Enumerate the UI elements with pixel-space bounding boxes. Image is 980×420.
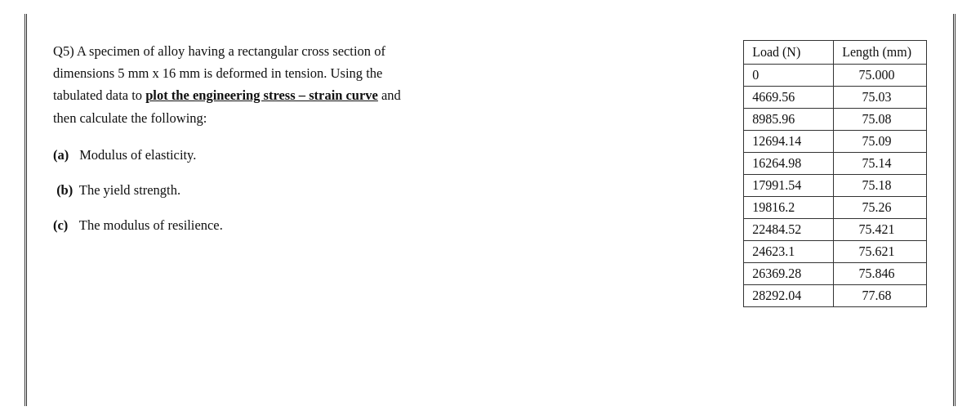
table-row: 17991.5475.18 bbox=[744, 175, 927, 197]
cell-load: 17991.54 bbox=[744, 175, 834, 197]
question-text-part4: and bbox=[378, 87, 401, 103]
table-row: 19816.275.26 bbox=[744, 197, 927, 219]
cell-length: 75.18 bbox=[834, 175, 927, 197]
cell-length: 75.14 bbox=[834, 153, 927, 175]
sub-label-c: (c) bbox=[53, 214, 76, 238]
question-text-part3: tabulated data to bbox=[53, 87, 145, 103]
question-text-part5: then calculate the following: bbox=[53, 110, 207, 126]
sub-item-c: (c) The modulus of resilience. bbox=[53, 214, 710, 238]
table-row: 22484.5275.421 bbox=[744, 219, 927, 241]
table-row: 16264.9875.14 bbox=[744, 153, 927, 175]
table-row: 8985.9675.08 bbox=[744, 109, 927, 131]
cell-length: 75.621 bbox=[834, 241, 927, 263]
table-header-row: Load (N) Length (mm) bbox=[744, 41, 927, 65]
table-row: 28292.0477.68 bbox=[744, 285, 927, 307]
sub-text-b: The yield strength. bbox=[76, 179, 180, 203]
sub-questions: (a) Modulus of elasticity. (b) The yield… bbox=[53, 144, 710, 238]
right-panel: Load (N) Length (mm) 075.0004669.5675.03… bbox=[743, 37, 927, 307]
sub-label-b: (b) bbox=[53, 179, 76, 203]
sub-item-b: (b) The yield strength. bbox=[53, 179, 710, 203]
cell-load: 16264.98 bbox=[744, 153, 834, 175]
cell-length: 75.846 bbox=[834, 263, 927, 285]
question-number: Q5) bbox=[53, 43, 74, 59]
cell-load: 28292.04 bbox=[744, 285, 834, 307]
sub-text-c: The modulus of resilience. bbox=[76, 214, 223, 238]
cell-load: 26369.28 bbox=[744, 263, 834, 285]
sub-text-a: Modulus of elasticity. bbox=[76, 144, 196, 168]
cell-load: 8985.96 bbox=[744, 109, 834, 131]
question-text: Q5) A specimen of alloy having a rectang… bbox=[53, 40, 710, 129]
table-row: 24623.175.621 bbox=[744, 241, 927, 263]
question-text-part2: dimensions 5 mm x 16 mm is deformed in t… bbox=[53, 65, 382, 81]
sub-label-a: (a) bbox=[53, 144, 76, 168]
cell-length: 77.68 bbox=[834, 285, 927, 307]
question-text-part1: A specimen of alloy having a rectangular… bbox=[74, 43, 385, 59]
col-header-load: Load (N) bbox=[744, 41, 834, 65]
cell-length: 75.09 bbox=[834, 131, 927, 153]
cell-length: 75.421 bbox=[834, 219, 927, 241]
cell-load: 4669.56 bbox=[744, 87, 834, 109]
col-header-length: Length (mm) bbox=[834, 41, 927, 65]
cell-load: 19816.2 bbox=[744, 197, 834, 219]
table-row: 12694.1475.09 bbox=[744, 131, 927, 153]
cell-length: 75.03 bbox=[834, 87, 927, 109]
cell-load: 12694.14 bbox=[744, 131, 834, 153]
data-table: Load (N) Length (mm) 075.0004669.5675.03… bbox=[743, 40, 927, 307]
cell-length: 75.26 bbox=[834, 197, 927, 219]
table-row: 26369.2875.846 bbox=[744, 263, 927, 285]
page-container: Q5) A specimen of alloy having a rectang… bbox=[24, 14, 956, 406]
table-row: 075.000 bbox=[744, 65, 927, 87]
table-row: 4669.5675.03 bbox=[744, 87, 927, 109]
cell-load: 22484.52 bbox=[744, 219, 834, 241]
sub-item-a: (a) Modulus of elasticity. bbox=[53, 144, 710, 168]
left-panel: Q5) A specimen of alloy having a rectang… bbox=[53, 37, 710, 249]
bold-underline-text: plot the engineering stress – strain cur… bbox=[145, 87, 378, 103]
cell-length: 75.08 bbox=[834, 109, 927, 131]
cell-load: 0 bbox=[744, 65, 834, 87]
cell-length: 75.000 bbox=[834, 65, 927, 87]
cell-load: 24623.1 bbox=[744, 241, 834, 263]
